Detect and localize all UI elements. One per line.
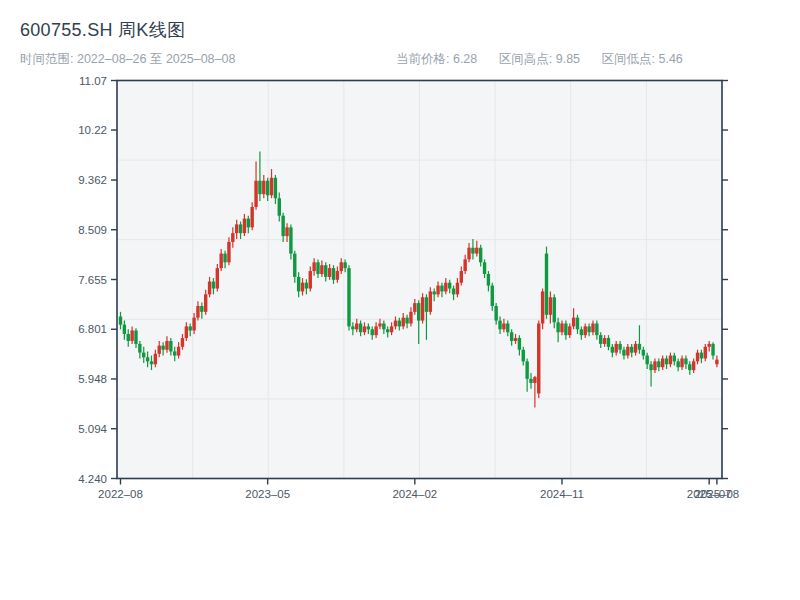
candle-body (556, 322, 559, 332)
candle-body (615, 344, 618, 353)
candle-body (707, 344, 710, 347)
candle-body (223, 254, 226, 263)
candle-body (611, 347, 614, 353)
candle-body (386, 329, 389, 332)
candle-body (584, 326, 587, 335)
candle-body (363, 326, 366, 332)
candle-body (591, 324, 594, 333)
candle-body (669, 356, 672, 365)
candle-body (421, 297, 424, 320)
candle-body (436, 286, 439, 295)
candle-body (235, 224, 238, 233)
candle-body (572, 318, 575, 327)
candle-body (665, 358, 668, 364)
candle-body (378, 324, 381, 327)
candle-body (161, 346, 164, 350)
candle-body (564, 324, 567, 336)
candle-body (711, 344, 714, 356)
candle-body (119, 317, 122, 325)
candle-body (649, 364, 652, 370)
candle-body (374, 326, 377, 335)
y-tick-label: 6.801 (78, 323, 107, 335)
y-tick-label: 5.094 (78, 423, 107, 435)
candle-body (684, 358, 687, 364)
x-tick-label: 2022–08 (98, 488, 143, 500)
candle-body (134, 330, 137, 343)
candle-body (127, 334, 130, 341)
candle-body (274, 178, 277, 198)
candle (216, 264, 219, 291)
candle-body (301, 283, 304, 292)
candle-body (247, 219, 250, 228)
candle (421, 293, 424, 323)
candle-body (463, 259, 466, 271)
candle-body (467, 248, 470, 260)
candle-body (440, 286, 443, 292)
candle-body (165, 341, 168, 350)
candle-body (150, 361, 153, 364)
candle-body (181, 338, 184, 347)
candle (537, 321, 540, 399)
candle-body (444, 283, 447, 292)
candle-body (371, 329, 374, 335)
candle-body (231, 233, 234, 242)
candle-body (704, 347, 707, 359)
candle-body (305, 283, 308, 289)
candle-body (204, 294, 207, 311)
candle-body (506, 324, 509, 333)
candle-body (309, 271, 312, 288)
candle-body (173, 351, 176, 355)
candle-body (390, 326, 393, 332)
candle-body (541, 291, 544, 323)
candle-body (243, 219, 246, 234)
candle-body (537, 324, 540, 394)
candle-body (293, 254, 296, 277)
candle-body (405, 318, 408, 324)
candle-body (587, 326, 590, 332)
candle-body (402, 318, 405, 327)
candle-body (715, 360, 718, 365)
candle-body (320, 265, 323, 274)
candle-body (487, 274, 490, 286)
x-tick-label: 2025–08 (695, 488, 740, 500)
candle-body (208, 282, 211, 295)
candle-body (359, 324, 362, 333)
candle-body (680, 358, 683, 367)
candle-body (642, 350, 645, 356)
candle-body (158, 346, 161, 354)
candle-body (599, 335, 602, 344)
candle (347, 265, 350, 330)
candle-body (285, 227, 288, 236)
candle-body (413, 303, 416, 312)
y-tick-label: 4.240 (78, 473, 107, 485)
candle-body (696, 353, 699, 362)
candle-body (653, 361, 656, 370)
candle-body (154, 354, 157, 364)
candle-body (196, 306, 199, 318)
candle-body (576, 318, 579, 330)
candle-body (460, 271, 463, 283)
x-tick-label: 2024–02 (392, 488, 437, 500)
candle-body (212, 282, 215, 289)
x-tick-label: 2023–05 (245, 488, 290, 500)
candle-body (522, 350, 525, 362)
candle-body (227, 242, 230, 262)
kline-page: 600755.SH 周K线图 时间范围: 2022–08–26 至 2025–0… (0, 0, 800, 600)
candle-body (169, 341, 172, 351)
candle-body (270, 178, 273, 195)
candle-body (626, 347, 629, 356)
candle-body (657, 361, 660, 367)
candle-body (510, 332, 513, 341)
y-tick-label: 11.07 (79, 75, 107, 87)
candle-body (398, 321, 401, 327)
candle-body (673, 356, 676, 362)
candle-body (347, 268, 350, 326)
candle-body (471, 248, 474, 254)
candle-body (661, 358, 664, 367)
candle-body (262, 181, 265, 194)
y-tick-label: 8.509 (78, 224, 107, 236)
candle-body (618, 344, 621, 350)
candle-body (560, 324, 563, 333)
y-tick-label: 5.948 (78, 373, 107, 385)
candle-body (216, 268, 219, 288)
